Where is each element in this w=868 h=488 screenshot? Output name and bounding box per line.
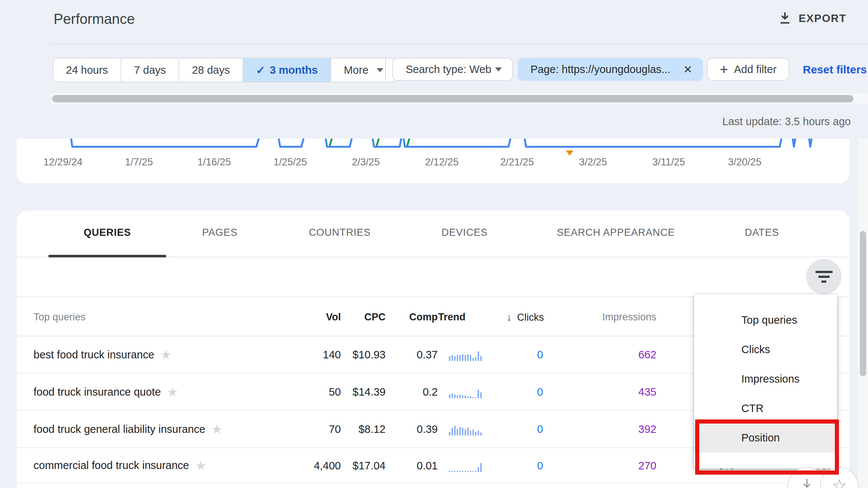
chart-date-label: 1/25/25	[273, 156, 307, 168]
chart-date-label: 1/7/25	[125, 156, 153, 168]
chart-date-label: 12/29/24	[43, 156, 82, 168]
chart-date-label: 1/16/25	[197, 156, 231, 168]
menu-item-impressions[interactable]: Impressions	[694, 364, 837, 394]
vol-value: 140	[323, 349, 341, 361]
column-header-comp[interactable]: Comp	[409, 311, 438, 323]
trend-sparkline	[449, 348, 483, 361]
impressions-value: 662	[639, 349, 656, 361]
trend-sparkline	[449, 386, 483, 398]
horizontal-scrollbar-thumb[interactable]	[52, 95, 853, 102]
active-tab-underline	[48, 255, 166, 257]
vol-value: 70	[329, 423, 341, 435]
annotation-red-box	[695, 419, 839, 475]
query-text: commercial food truck insurance	[34, 459, 189, 472]
trend-sparkline	[449, 459, 483, 472]
date-range-control: 24 hours7 days28 days✓3 months More	[53, 58, 397, 82]
tab-devices[interactable]: DEVICES	[441, 227, 488, 238]
date-range-segment[interactable]: 28 days	[179, 58, 243, 82]
column-header-cpc[interactable]: CPC	[364, 311, 386, 323]
menu-item-clicks[interactable]: Clicks	[694, 335, 837, 364]
clicks-value: 0	[537, 386, 543, 398]
table-filter-button[interactable]	[806, 259, 842, 294]
column-header-clicks[interactable]: ↓Clicks	[507, 311, 544, 323]
export-button[interactable]: EXPORT	[778, 11, 846, 25]
search-type-chip[interactable]: Search type: Web	[392, 58, 513, 81]
date-range-more[interactable]: More	[331, 58, 396, 82]
tab-pages[interactable]: PAGES	[202, 227, 237, 238]
plus-icon: +	[720, 62, 728, 76]
star-icon[interactable]: ★	[167, 384, 178, 399]
impressions-value: 435	[639, 386, 656, 398]
add-filter-button[interactable]: + Add filter	[707, 58, 789, 81]
chevron-down-icon	[495, 67, 502, 72]
download-icon	[778, 11, 792, 25]
vertical-scrollbar-thumb[interactable]	[860, 231, 866, 376]
table-toolbar	[17, 257, 849, 297]
header-divider	[51, 43, 868, 44]
download-icon	[798, 476, 815, 488]
check-icon: ✓	[256, 64, 265, 77]
chart-date-label: 2/3/25	[352, 156, 380, 168]
comp-value: 0.37	[417, 349, 438, 361]
column-header-impressions[interactable]: Impressions	[602, 311, 656, 323]
cpc-value: $10.93	[352, 349, 386, 361]
column-header-trend[interactable]: Trend	[438, 311, 466, 323]
menu-item-ctr[interactable]: CTR	[694, 394, 837, 423]
clicks-value: 0	[537, 459, 543, 472]
column-header-vol[interactable]: Vol	[326, 311, 341, 323]
chart-date-label: 2/21/25	[500, 156, 534, 168]
star-icon[interactable]: ★	[195, 458, 206, 473]
page-filter-chip[interactable]: Page: https://youngdouglas... ✕	[518, 58, 703, 81]
tab-search-appearance[interactable]: SEARCH APPEARANCE	[557, 227, 675, 238]
chart-date-label: 2/12/25	[425, 156, 459, 168]
close-icon[interactable]: ✕	[683, 63, 693, 76]
performance-chart-card: 12/29/241/7/251/16/251/25/252/3/252/12/2…	[17, 139, 849, 183]
comp-value: 0.01	[417, 459, 438, 472]
chart-date-label: 3/2/25	[579, 156, 607, 168]
clicks-value: 0	[537, 423, 543, 435]
column-header-query[interactable]: Top queries	[34, 311, 86, 323]
vol-value: 50	[329, 386, 341, 398]
chart-annotation-marker-icon	[566, 150, 573, 156]
menu-item-top-queries[interactable]: Top queries	[694, 305, 837, 335]
tab-countries[interactable]: COUNTRIES	[309, 227, 371, 238]
star-icon[interactable]: ★	[160, 347, 171, 362]
tab-dates[interactable]: DATES	[745, 227, 779, 238]
trend-sparkline	[449, 423, 483, 435]
reset-filters-link[interactable]: Reset filters	[803, 63, 867, 76]
comp-value: 0.2	[423, 386, 438, 398]
date-range-segment[interactable]: ✓3 months	[243, 58, 331, 82]
query-text: best food truck insurance	[34, 349, 154, 361]
vol-value: 4,400	[314, 459, 341, 472]
chevron-down-icon	[377, 68, 383, 72]
export-label: EXPORT	[799, 12, 846, 25]
filter-divider	[385, 59, 386, 80]
sort-descending-icon: ↓	[507, 311, 512, 323]
cpc-value: $8.12	[358, 423, 386, 435]
cpc-value: $14.39	[352, 386, 386, 398]
cpc-value: $17.04	[352, 459, 386, 472]
date-range-segment[interactable]: 7 days	[121, 58, 179, 82]
date-range-segment[interactable]: 24 hours	[53, 58, 121, 82]
chart-date-label: 3/11/25	[652, 156, 685, 168]
query-text: food truck insurance quote	[34, 386, 161, 398]
page-title: Performance	[54, 11, 135, 27]
query-text: food truck general liability insurance	[34, 423, 205, 435]
impressions-value: 270	[639, 459, 656, 472]
chart-date-label: 3/20/25	[728, 156, 761, 168]
filter-icon	[815, 271, 833, 273]
tab-bar: QUERIESPAGESCOUNTRIESDEVICESSEARCH APPEA…	[17, 210, 849, 257]
tab-queries[interactable]: QUERIES	[83, 227, 131, 238]
star-icon[interactable]: ★	[211, 422, 222, 437]
star-outline-icon: ☆	[831, 475, 847, 488]
comp-value: 0.39	[417, 423, 438, 435]
impressions-value: 392	[639, 423, 656, 435]
last-update-text: Last update: 3.5 hours ago	[722, 115, 851, 128]
clicks-value: 0	[537, 349, 543, 361]
